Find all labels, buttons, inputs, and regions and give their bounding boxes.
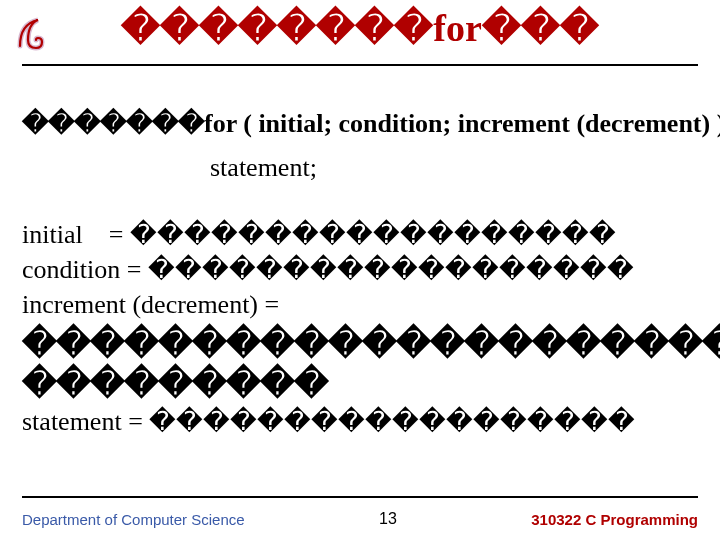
divider-bottom — [22, 496, 698, 498]
def-initial-value: = ������������������ — [109, 220, 616, 249]
def-increment-label: increment (decrement) = — [22, 287, 720, 322]
content: �������for ( initial; condition; increme… — [22, 108, 720, 439]
syntax-statement: statement; — [210, 153, 720, 183]
def-statement-value: = ������������������ — [128, 407, 635, 436]
title-word: for — [433, 7, 482, 49]
title-boxes-right: ��� — [482, 7, 599, 49]
def-statement-label: statement — [22, 407, 122, 436]
title-boxes-left: �������� — [121, 7, 433, 49]
divider-top — [22, 64, 698, 66]
def-condition-value: = ������������������ — [127, 255, 634, 284]
def-condition: condition = ������������������ — [22, 252, 720, 287]
syntax-line: �������for ( initial; condition; increme… — [22, 108, 720, 139]
footer-department: Department of Computer Science — [22, 511, 245, 528]
bullet-icon — [14, 10, 62, 58]
footer-page-number: 13 — [379, 510, 397, 528]
syntax-text: for ( initial; condition; increment (dec… — [204, 109, 720, 138]
syntax-boxes: ������� — [22, 109, 204, 138]
page-title: ��������for��� — [121, 6, 599, 50]
def-increment-boxes-2: ��������� — [22, 366, 720, 402]
slide: ��������for��� �������for ( initial; con… — [0, 0, 720, 540]
footer-course: 310322 C Programming — [531, 511, 698, 528]
def-increment-boxes-1: ��������������������� — [22, 326, 720, 362]
footer: Department of Computer Science 13 310322… — [22, 510, 698, 528]
def-condition-label: condition — [22, 255, 120, 284]
def-initial-label: initial — [22, 220, 83, 249]
title-area: ��������for��� — [0, 0, 720, 50]
def-statement: statement = ������������������ — [22, 404, 720, 439]
definitions: initial = ������������������ condition =… — [22, 217, 720, 439]
def-initial: initial = ������������������ — [22, 217, 720, 252]
